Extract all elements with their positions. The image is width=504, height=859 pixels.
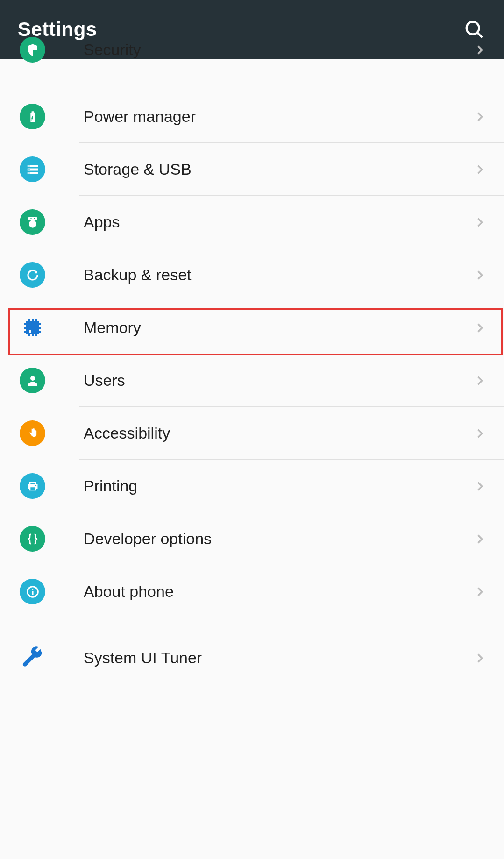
braces-icon <box>20 526 45 552</box>
settings-item-security[interactable]: Security <box>0 59 504 90</box>
svg-point-7 <box>28 172 30 174</box>
chevron-right-icon <box>473 216 486 229</box>
svg-point-29 <box>32 588 33 589</box>
settings-item-label: Security <box>84 41 473 59</box>
chevron-right-icon <box>473 374 486 387</box>
settings-item-developer-options[interactable]: Developer options <box>0 512 504 565</box>
settings-item-label: Printing <box>84 477 473 495</box>
svg-rect-16 <box>39 323 41 325</box>
chevron-right-icon <box>473 321 486 334</box>
svg-point-0 <box>467 22 479 35</box>
settings-item-memory[interactable]: Memory <box>0 301 504 354</box>
apps-icon <box>20 209 45 235</box>
svg-rect-12 <box>29 330 31 333</box>
svg-point-9 <box>30 218 31 219</box>
settings-item-label: Users <box>84 371 473 390</box>
settings-item-label: Developer options <box>84 530 473 548</box>
info-icon <box>20 579 45 604</box>
settings-item-users[interactable]: Users <box>0 354 504 407</box>
settings-item-power-manager[interactable]: Power manager <box>0 90 504 143</box>
svg-rect-15 <box>24 331 26 333</box>
settings-item-about-phone[interactable]: About phone <box>0 565 504 618</box>
chevron-right-icon <box>473 652 486 665</box>
svg-rect-21 <box>35 319 37 321</box>
svg-rect-24 <box>35 334 37 336</box>
settings-item-label: System UI Tuner <box>84 649 473 667</box>
user-icon <box>20 368 45 393</box>
settings-item-label: About phone <box>84 582 473 601</box>
settings-item-printing[interactable]: Printing <box>0 460 504 512</box>
settings-item-label: Memory <box>84 319 473 337</box>
battery-icon <box>20 104 45 129</box>
svg-point-26 <box>35 485 36 486</box>
chevron-right-icon <box>473 427 486 440</box>
svg-rect-14 <box>24 327 26 329</box>
chevron-right-icon <box>473 585 486 598</box>
settings-item-apps[interactable]: Apps <box>0 196 504 248</box>
settings-item-label: Backup & reset <box>84 266 473 284</box>
svg-rect-22 <box>28 334 30 336</box>
svg-rect-18 <box>39 331 41 333</box>
chevron-right-icon <box>473 269 486 282</box>
printer-icon <box>20 473 45 499</box>
chevron-right-icon <box>473 163 486 176</box>
svg-rect-13 <box>24 323 26 325</box>
wrench-icon <box>20 645 45 671</box>
settings-item-storage-usb[interactable]: Storage & USB <box>0 143 504 196</box>
svg-point-25 <box>30 376 35 381</box>
svg-point-10 <box>34 218 35 219</box>
svg-point-8 <box>28 220 36 227</box>
svg-rect-19 <box>28 319 30 321</box>
memory-icon <box>20 315 45 341</box>
settings-item-system-ui-tuner[interactable]: System UI Tuner <box>0 618 504 661</box>
svg-rect-11 <box>26 321 39 334</box>
settings-item-label: Accessibility <box>84 424 473 442</box>
shield-icon <box>20 37 45 63</box>
settings-item-label: Storage & USB <box>84 160 473 178</box>
settings-item-backup-reset[interactable]: Backup & reset <box>0 248 504 301</box>
settings-item-accessibility[interactable]: Accessibility <box>0 407 504 460</box>
svg-rect-23 <box>32 334 34 336</box>
chevron-right-icon <box>473 43 486 57</box>
svg-point-6 <box>28 169 30 170</box>
chevron-right-icon <box>473 110 486 123</box>
svg-rect-20 <box>32 319 34 321</box>
settings-item-label: Power manager <box>84 107 473 126</box>
svg-rect-17 <box>39 327 41 329</box>
settings-list: Security Power manager Storage & USB <box>0 59 504 661</box>
storage-icon <box>20 156 45 182</box>
reset-icon <box>20 262 45 288</box>
hand-icon <box>20 420 45 446</box>
svg-point-5 <box>28 165 30 167</box>
chevron-right-icon <box>473 532 486 546</box>
chevron-right-icon <box>473 480 486 493</box>
settings-item-label: Apps <box>84 213 473 231</box>
